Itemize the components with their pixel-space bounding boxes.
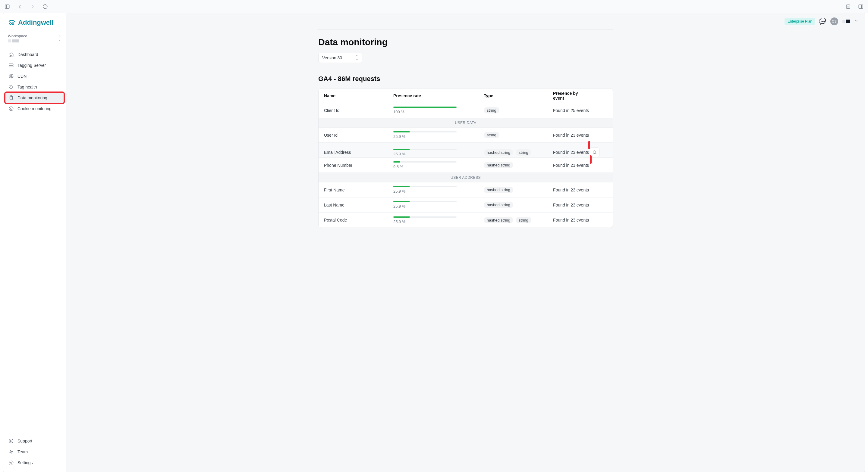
lifebuoy-icon [8, 438, 14, 444]
col-events: Presence by event [553, 91, 590, 101]
sidebar-item-settings[interactable]: Settings [5, 457, 64, 468]
row-search-highlight [590, 142, 607, 162]
sidebar-item-cookie-monitoring[interactable]: Cookie monitoring [5, 104, 64, 114]
col-type: Type [484, 93, 553, 98]
brand-name: Addingwell [18, 19, 53, 27]
table-row[interactable]: Postal Code 25.9 % hashed string string … [318, 212, 613, 228]
home-icon [8, 52, 14, 57]
server-icon [8, 63, 14, 68]
globe-icon [8, 73, 14, 79]
progress-bar [393, 131, 410, 132]
svg-point-10 [12, 23, 13, 24]
progress-bar [393, 107, 457, 108]
svg-rect-12 [9, 66, 13, 67]
svg-line-25 [10, 442, 10, 442]
back-icon[interactable] [17, 4, 23, 10]
cell-presence: 25.9 % [393, 186, 484, 194]
col-presence: Presence rate [393, 93, 484, 98]
svg-point-22 [10, 440, 12, 442]
type-pill: hashed string [484, 149, 513, 156]
table-row[interactable]: Client Id 100 % string Found in 25 event… [318, 103, 613, 118]
cell-presence: 25.9 % [393, 149, 484, 156]
progress-bar [393, 149, 410, 150]
cell-name: Email Address [324, 150, 393, 155]
sidebar-item-label: Data monitoring [18, 95, 47, 100]
cell-name: First Name [324, 188, 393, 192]
table-header: Name Presence rate Type Presence by even… [318, 89, 613, 103]
chevron-updown-icon: ⌃⌄ [355, 56, 358, 60]
table-row[interactable]: Email Address 25.9 % hashed string strin… [318, 143, 613, 158]
type-pill: hashed string [484, 217, 513, 223]
sidebar-item-label: Settings [18, 460, 33, 465]
sidebar-toggle-icon[interactable] [4, 4, 10, 10]
svg-line-24 [12, 442, 13, 442]
cell-name: Phone Number [324, 163, 393, 168]
sidebar-item-label: Team [18, 449, 28, 454]
cell-type: hashed string string [484, 149, 553, 156]
svg-point-19 [11, 109, 12, 109]
type-pill: string [484, 107, 499, 113]
search-icon [592, 150, 597, 155]
type-pill: hashed string [484, 202, 513, 208]
presence-pct: 25.9 % [393, 134, 484, 139]
type-pill: string [516, 217, 531, 223]
svg-point-17 [9, 107, 13, 111]
progress-bar [393, 161, 400, 163]
sidebar-item-tag-health[interactable]: Tag health [5, 82, 64, 92]
presence-pct: 25.9 % [393, 219, 484, 224]
table-row[interactable]: Phone Number 9.8 % hashed string Found i… [318, 158, 613, 173]
workspace-selector[interactable]: Workspace ⌃⌄ [3, 30, 66, 46]
cell-type: hashed string [484, 186, 553, 193]
svg-point-29 [10, 462, 12, 464]
presence-pct: 25.9 % [393, 189, 484, 194]
type-pill: hashed string [484, 162, 513, 168]
table-row[interactable]: User Id 25.9 % string Found in 23 events [318, 128, 613, 143]
panel-right-icon[interactable] [858, 4, 864, 10]
brand-row: Addingwell [3, 13, 66, 30]
sidebar-item-dashboard[interactable]: Dashboard [5, 49, 64, 60]
sidebar-item-label: Cookie monitoring [18, 106, 52, 111]
chat-icon[interactable] [819, 18, 826, 25]
section-user-data: USER DATA [318, 118, 613, 128]
data-table: Name Presence rate Type Presence by even… [318, 88, 613, 228]
cell-events: Found in 21 events [553, 163, 590, 168]
workspace-label: Workspace [8, 34, 27, 38]
sidebar-item-support[interactable]: Support [5, 436, 64, 446]
chevron-updown-icon: ⌃⌄ [58, 36, 61, 41]
cell-presence: 25.9 % [393, 131, 484, 139]
reload-icon[interactable] [42, 4, 48, 10]
sidebar-item-team[interactable]: Team [5, 447, 64, 457]
presence-pct: 25.9 % [393, 152, 484, 156]
cell-presence: 25.9 % [393, 201, 484, 209]
avatar[interactable]: OS [830, 18, 838, 25]
cell-type: hashed string [484, 162, 553, 168]
sidebar-bottom: Support Team Settings [3, 434, 66, 472]
extensions-icon[interactable] [845, 4, 851, 10]
sidebar: Addingwell Workspace ⌃⌄ Dashboard Taggin… [3, 13, 66, 472]
table-row[interactable]: Last Name 25.9 % hashed string Found in … [318, 198, 613, 212]
main-content: Enterprise Plan OS Data monitoring Versi… [66, 13, 865, 472]
cell-events: Found in 23 events [553, 217, 590, 223]
svg-point-20 [11, 109, 11, 110]
svg-point-18 [10, 108, 11, 109]
svg-point-27 [10, 451, 11, 452]
tag-icon [8, 84, 14, 90]
cell-events: Found in 23 events [553, 133, 590, 138]
presence-pct: 100 % [393, 109, 484, 114]
cell-events: Found in 23 events [553, 188, 590, 192]
table-row[interactable]: First Name 25.9 % hashed string Found in… [318, 182, 613, 198]
cell-name: Last Name [324, 203, 393, 207]
sidebar-item-cdn[interactable]: CDN [5, 71, 64, 81]
locale-flag[interactable] [842, 20, 850, 23]
row-search-button[interactable] [590, 147, 599, 157]
cell-name: User Id [324, 133, 393, 138]
svg-point-31 [823, 21, 824, 22]
version-select[interactable]: Version 30 ⌃⌄ [318, 53, 362, 63]
clipboard-icon [8, 95, 14, 101]
sidebar-item-data-monitoring[interactable]: Data monitoring [5, 93, 64, 103]
workspace-name-placeholder [8, 39, 27, 42]
sidebar-item-label: Tagging Server [18, 63, 46, 68]
svg-point-30 [822, 21, 822, 22]
progress-bar [393, 186, 410, 187]
sidebar-item-tagging-server[interactable]: Tagging Server [5, 60, 64, 70]
